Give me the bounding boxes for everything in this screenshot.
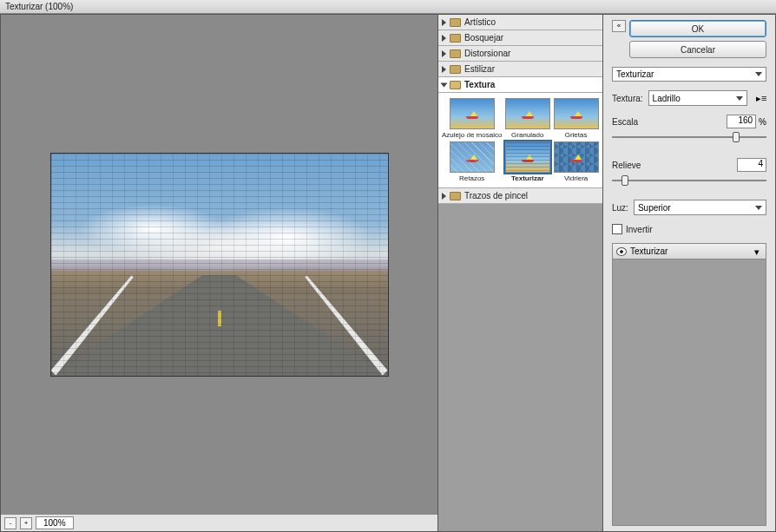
- category-trazos-de-pincel[interactable]: Trazos de pincel: [438, 188, 602, 204]
- relief-label: Relieve: [612, 161, 641, 170]
- disclosure-triangle-icon: [442, 35, 446, 42]
- window-title: Texturizar (100%): [5, 2, 73, 11]
- thumb-azulejo-de-mosaico[interactable]: Azulejo de mosaico: [442, 98, 502, 139]
- thumbnail-label: Grietas: [565, 131, 588, 139]
- filter-select-value: Texturizar: [616, 69, 654, 79]
- cancel-button[interactable]: Cancelar: [629, 41, 766, 58]
- ok-button[interactable]: OK: [629, 20, 766, 37]
- thumb-texturizar[interactable]: Texturizar: [504, 141, 550, 182]
- thumbnail-label: Retazos: [459, 174, 484, 182]
- scale-suffix: %: [759, 117, 766, 127]
- zoom-level[interactable]: 100%: [36, 516, 74, 529]
- scale-label: Escala: [612, 117, 638, 127]
- preview-image: [51, 154, 388, 376]
- folder-icon: [450, 65, 461, 74]
- collapse-gallery-button[interactable]: «: [612, 20, 626, 32]
- zoom-in-button[interactable]: +: [20, 517, 32, 529]
- main-area: - + 100% Artístico Bosquejar Distorsiona…: [0, 14, 776, 532]
- filter-gallery-pane: Artístico Bosquejar Distorsionar Estiliz…: [438, 14, 603, 532]
- category-label: Artístico: [464, 17, 496, 27]
- category-textura[interactable]: Textura: [438, 77, 602, 93]
- thumbnail-image: [505, 98, 550, 129]
- relief-input[interactable]: 4: [737, 158, 766, 172]
- category-label: Trazos de pincel: [464, 191, 528, 200]
- visibility-eye-icon[interactable]: [616, 247, 627, 256]
- effect-layers-body: [613, 259, 766, 525]
- thumb-vidriera[interactable]: Vidriera: [553, 141, 599, 182]
- chevron-down-icon: [755, 206, 762, 210]
- category-estilizar[interactable]: Estilizar: [438, 62, 602, 77]
- slider-thumb[interactable]: [621, 175, 628, 186]
- scale-slider[interactable]: [612, 130, 766, 144]
- category-label: Bosquejar: [464, 33, 503, 43]
- folder-icon: [450, 18, 461, 27]
- disclosure-triangle-icon: [442, 66, 446, 73]
- light-dropdown[interactable]: Superior: [634, 200, 766, 215]
- light-value: Superior: [638, 203, 671, 213]
- texture-dropdown[interactable]: Ladrillo: [648, 90, 747, 106]
- texture-thumbnails: Azulejo de mosaico Granulado Grietas Ret…: [438, 93, 602, 188]
- filter-select-dropdown[interactable]: Texturizar: [612, 67, 766, 82]
- thumbnail-image: [450, 98, 495, 129]
- thumbnail-image: [450, 141, 495, 173]
- chevron-down-icon: [755, 72, 762, 76]
- invert-checkbox[interactable]: [612, 224, 622, 234]
- effect-layers-panel: Texturizar ▾: [612, 243, 766, 526]
- preview-pane: - + 100%: [0, 14, 438, 532]
- folder-open-icon: [450, 81, 461, 89]
- thumbnail-label: Vidriera: [564, 174, 588, 182]
- scale-input[interactable]: 160: [727, 115, 756, 128]
- folder-icon: [450, 192, 461, 200]
- brick-texture-overlay: [51, 154, 388, 376]
- category-distorsionar[interactable]: Distorsionar: [438, 46, 602, 62]
- category-bosquejar[interactable]: Bosquejar: [438, 30, 602, 46]
- zoom-out-button[interactable]: -: [4, 517, 16, 529]
- disclosure-triangle-icon: [441, 82, 448, 87]
- slider-thumb[interactable]: [733, 132, 740, 142]
- light-label: Luz:: [612, 203, 628, 213]
- preview-canvas[interactable]: [1, 15, 437, 514]
- thumb-retazos[interactable]: Retazos: [442, 141, 502, 182]
- relief-slider[interactable]: [612, 174, 766, 187]
- folder-icon: [450, 49, 461, 58]
- category-label: Distorsionar: [464, 49, 510, 58]
- chevron-down-icon: [736, 96, 743, 101]
- thumbnail-label: Granulado: [511, 131, 543, 139]
- texture-menu-icon[interactable]: ▸≡: [756, 93, 766, 103]
- disclosure-triangle-icon: [442, 19, 446, 26]
- thumbnail-label: Texturizar: [511, 174, 544, 182]
- filter-pane-spacer: [438, 204, 602, 531]
- effect-layer-row[interactable]: Texturizar ▾: [613, 244, 766, 259]
- effect-layer-name: Texturizar: [630, 246, 667, 256]
- layer-menu-icon[interactable]: ▾: [752, 246, 762, 257]
- controls-pane: « OK Cancelar Texturizar Textura: Ladril…: [603, 14, 776, 532]
- texture-label: Textura:: [612, 94, 643, 103]
- thumbnail-image: [505, 141, 550, 173]
- category-artistico[interactable]: Artístico: [438, 15, 602, 30]
- window-titlebar: Texturizar (100%): [0, 0, 776, 14]
- folder-icon: [450, 34, 461, 43]
- preview-footer: - + 100%: [1, 514, 437, 531]
- disclosure-triangle-icon: [442, 50, 446, 57]
- invert-label: Invertir: [626, 225, 653, 234]
- thumbnail-image: [554, 141, 599, 173]
- category-label: Textura: [464, 80, 495, 89]
- thumb-grietas[interactable]: Grietas: [553, 98, 599, 139]
- texture-value: Ladrillo: [653, 94, 681, 103]
- thumb-granulado[interactable]: Granulado: [504, 98, 550, 139]
- thumbnail-label: Azulejo de mosaico: [442, 131, 502, 139]
- thumbnail-image: [554, 98, 599, 129]
- category-label: Estilizar: [464, 64, 495, 74]
- disclosure-triangle-icon: [442, 193, 446, 200]
